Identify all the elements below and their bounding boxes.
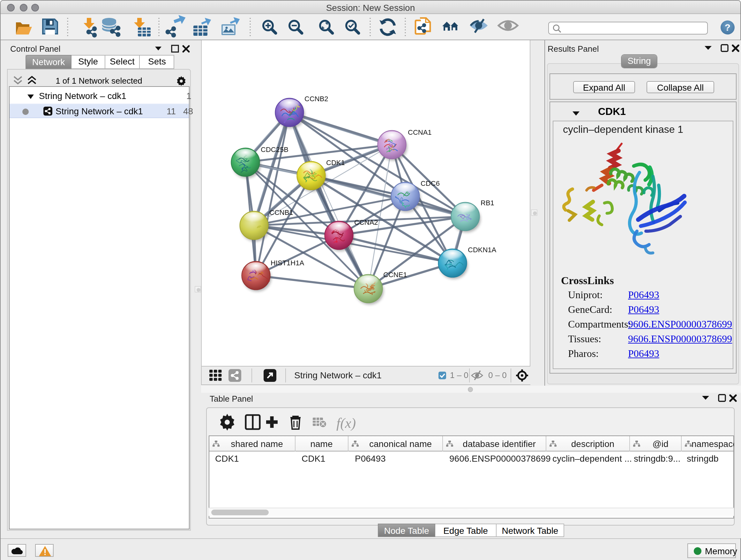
svg-text:String Network – cdk1: String Network – cdk1 <box>294 370 382 380</box>
svg-text:CCNA1: CCNA1 <box>408 128 432 136</box>
svg-text:1 – 0: 1 – 0 <box>450 370 468 380</box>
svg-text:CDK1: CDK1 <box>326 159 345 167</box>
svg-text:CDC6: CDC6 <box>421 179 440 187</box>
svg-text:CCNB2: CCNB2 <box>305 95 328 103</box>
svg-text:HIST1H1A: HIST1H1A <box>271 259 304 267</box>
svg-text:CDKN1A: CDKN1A <box>468 246 496 254</box>
svg-text:CCNA2: CCNA2 <box>354 219 378 226</box>
svg-text:CDC25B: CDC25B <box>261 145 288 153</box>
svg-text:CCNB1: CCNB1 <box>269 208 293 216</box>
svg-text:f(x): f(x) <box>336 415 356 431</box>
svg-text:0 – 0: 0 – 0 <box>488 370 507 380</box>
svg-text:RB1: RB1 <box>481 199 494 207</box>
svg-text:CCNE1: CCNE1 <box>383 271 407 279</box>
